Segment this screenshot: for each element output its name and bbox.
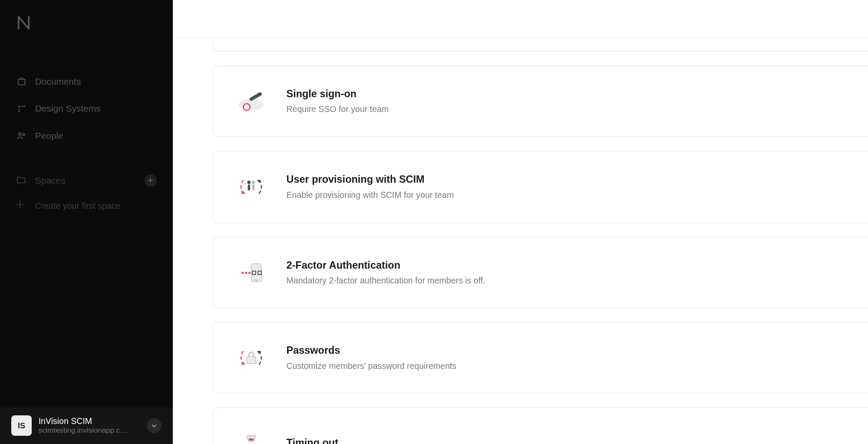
svg-point-4 xyxy=(19,133,21,135)
card-mfa-desc: Mandatory 2-factor authentication for me… xyxy=(286,276,868,286)
svg-point-15 xyxy=(252,181,255,184)
card-passwords-title: Passwords xyxy=(286,345,868,356)
nav-design-systems-label: Design Systems xyxy=(35,103,101,114)
mfa-icon xyxy=(235,257,267,289)
nav-people[interactable]: People xyxy=(0,122,173,150)
nav-spaces-label: Spaces xyxy=(35,175,66,186)
design-systems-icon xyxy=(16,103,27,114)
card-sso-desc: Require SSO for your team xyxy=(286,104,868,114)
scim-icon xyxy=(235,171,267,203)
svg-rect-26 xyxy=(249,438,253,441)
add-space-button[interactable] xyxy=(145,174,157,187)
team-url: scimtesting.invisionapp.c… xyxy=(39,426,147,435)
team-info: InVision SCIM scimtesting.invisionapp.c… xyxy=(39,416,147,435)
sso-icon xyxy=(235,86,267,117)
team-name: InVision SCIM xyxy=(39,416,147,426)
create-first-space[interactable]: Create your first space xyxy=(0,195,173,217)
timing-icon xyxy=(235,427,267,444)
folder-icon xyxy=(16,175,27,186)
card-timing-title: Timing out xyxy=(286,437,868,444)
nav-documents-label: Documents xyxy=(35,76,81,87)
chevron-down-icon[interactable] xyxy=(147,418,162,433)
people-icon xyxy=(16,130,27,141)
card-partial-top xyxy=(212,38,868,51)
svg-rect-0 xyxy=(18,79,25,85)
passwords-icon xyxy=(235,342,267,374)
svg-point-20 xyxy=(245,271,247,273)
create-first-space-label: Create your first space xyxy=(35,201,121,211)
card-sso-body: Single sign-on Require SSO for your team xyxy=(286,88,868,114)
card-passwords: Passwords Customize members' password re… xyxy=(212,322,868,393)
sidebar-bottom: IS InVision SCIM scimtesting.invisionapp… xyxy=(0,408,173,444)
spaces-section: Spaces Create your first space xyxy=(0,166,173,217)
nav-documents[interactable]: Documents xyxy=(0,68,173,95)
card-passwords-body: Passwords Customize members' password re… xyxy=(286,345,868,371)
card-scim-title: User provisioning with SCIM xyxy=(286,174,868,185)
nav-spaces[interactable]: Spaces xyxy=(0,166,173,194)
main: NP Single sign-on Require SSO for your t… xyxy=(173,0,868,444)
card-scim: User provisioning with SCIM Enable provi… xyxy=(212,151,868,223)
card-mfa-body: 2-Factor Authentication Mandatory 2-fact… xyxy=(286,260,868,286)
card-timing-body: Timing out xyxy=(286,437,868,444)
card-mfa-title: 2-Factor Authentication xyxy=(286,260,868,271)
documents-icon xyxy=(16,76,27,87)
sidebar: Documents Design Systems People xyxy=(0,0,173,444)
svg-point-21 xyxy=(248,271,251,273)
app-root: Documents Design Systems People xyxy=(0,0,868,444)
team-avatar: IS xyxy=(11,415,32,436)
card-timing: Timing out xyxy=(212,408,868,444)
card-sso-title: Single sign-on xyxy=(286,88,868,100)
svg-rect-18 xyxy=(254,280,258,281)
svg-rect-16 xyxy=(252,184,254,190)
card-scim-desc: Enable provisioning with SCIM for your t… xyxy=(286,190,868,200)
settings-content: Single sign-on Require SSO for your team… xyxy=(173,38,868,444)
team-switcher[interactable]: IS InVision SCIM scimtesting.invisionapp… xyxy=(0,408,173,444)
svg-rect-25 xyxy=(247,434,256,436)
plus-icon xyxy=(16,201,27,212)
topbar: NP xyxy=(173,0,868,38)
invision-logo[interactable] xyxy=(0,0,173,45)
card-passwords-desc: Customize members' password requirements xyxy=(286,361,868,371)
svg-point-5 xyxy=(23,134,25,136)
svg-point-13 xyxy=(248,181,251,184)
card-scim-body: User provisioning with SCIM Enable provi… xyxy=(286,174,868,200)
card-mfa: 2-Factor Authentication Mandatory 2-fact… xyxy=(212,237,868,308)
svg-point-19 xyxy=(241,271,244,273)
svg-rect-24 xyxy=(247,357,256,364)
card-sso: Single sign-on Require SSO for your team… xyxy=(212,66,868,137)
sidebar-nav: Documents Design Systems People xyxy=(0,45,173,217)
nav-design-systems[interactable]: Design Systems xyxy=(0,95,173,122)
nav-people-label: People xyxy=(35,131,63,141)
svg-rect-14 xyxy=(248,184,250,190)
